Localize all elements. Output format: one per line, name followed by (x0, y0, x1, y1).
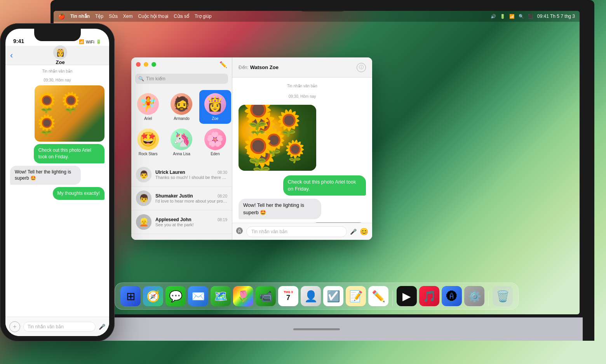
chat-input-field[interactable]: Tin nhắn văn bản (246, 226, 347, 237)
conversation-appleseed[interactable]: 👱 Appleseed John 08:19 See you at the pa… (131, 210, 232, 234)
dock-launchpad[interactable]: ⊞ (120, 286, 141, 306)
facetime-icon: 📹 (259, 290, 273, 303)
chat-bubble-received-1: Wow! Tell her the lighting is superb 🤩 (239, 199, 321, 219)
menubar-help[interactable]: Trợ giúp (195, 14, 212, 19)
chat-info-button[interactable]: ⓘ (357, 63, 366, 72)
mail-icon: ✉️ (192, 290, 205, 303)
menubar-edit[interactable]: Sửa (109, 14, 118, 19)
contact-zoe[interactable]: 👸 Zoe (199, 90, 231, 124)
iphone-status-icons: 📶 WiFi 🔋 (79, 39, 101, 44)
iphone-message-input[interactable]: Tin nhắn văn bản (23, 322, 96, 332)
chat-bubble-lighting: Wow! Tell her the lighting is superb 🤩 (239, 199, 366, 219)
dock-appstore[interactable]: 🅐 (442, 286, 462, 306)
iphone-message-type: Tin nhắn văn bản (10, 69, 104, 73)
contact-annalisa-name: Anna Lisa (173, 152, 190, 156)
notes-icon: 📝 (349, 290, 363, 303)
dictation-icon[interactable]: 🎤 (350, 229, 357, 235)
compose-button[interactable]: ✏️ (219, 61, 227, 68)
window-maximize-button[interactable] (152, 62, 156, 67)
conversation-ulrick-header: Ulrick Lauren 08:30 (155, 170, 227, 175)
dock-reminders[interactable]: ☑️ (323, 286, 343, 306)
menubar-conversation[interactable]: Cuộc hội thoại (138, 14, 169, 19)
emoji-icon[interactable]: 😊 (360, 227, 368, 236)
dock-photos[interactable]: 🌷 (233, 286, 253, 306)
dock-trash[interactable]: 🗑️ (493, 286, 513, 306)
window-minimize-button[interactable] (144, 62, 148, 67)
camera-notch (299, 3, 346, 12)
window-close-button[interactable] (136, 62, 141, 67)
dock-appletv[interactable]: ▶ (397, 286, 417, 306)
menubar-time: 09:41 Th 5 7 thg 3 (537, 14, 575, 19)
chat-bubble-sent-1: Check out this photo Ariel took on Frida… (283, 175, 366, 196)
apple-menu[interactable]: 🍎 (58, 13, 65, 19)
conversation-shumaker[interactable]: 👦 Shumaker Justin 08:20 I'd love to hear… (131, 187, 232, 210)
dock-calendar[interactable]: THG 3 7 (278, 286, 298, 306)
messages-icon: 💬 (169, 290, 183, 303)
iphone-sunflower-image[interactable]: 🌻🌻🌻 (35, 85, 104, 142)
messages-window: ✏️ 🔍 Tìm kiếm 🧚 Ariel 🧔 (131, 57, 372, 240)
chat-sunflower-image[interactable]: 🌻 🌻 🌻 🌻 🌻 (239, 105, 316, 171)
contact-annalisa[interactable]: 🦄 Anna Lisa (165, 125, 197, 159)
conversation-ulrick-avatar: 👨 (136, 167, 152, 182)
iphone-bubble-row-3: My thoughts exactly! (10, 187, 104, 200)
conversation-appleseed-time: 08:19 (218, 218, 227, 222)
conversation-ulrick-preview: Thanks so much! I should be there by 9:0… (155, 175, 227, 180)
contact-ariel[interactable]: 🧚 Ariel (132, 90, 164, 124)
menubar-file[interactable]: Tệp (95, 14, 103, 19)
contact-armando[interactable]: 🧔 Armando (165, 90, 197, 124)
dock-notes[interactable]: 📝 (346, 286, 366, 306)
menubar-window[interactable]: Cửa sổ (174, 14, 189, 19)
iphone-chat-messages: Tin nhắn văn bản 09:30, Hôm nay 🌻🌻🌻 Chec… (5, 65, 109, 317)
iphone-input-placeholder: Tin nhắn văn bản (28, 324, 64, 329)
conversation-ulrick[interactable]: 👨 Ulrick Lauren 08:30 Thanks so much! I … (131, 163, 232, 187)
launchpad-icon: ⊞ (126, 290, 135, 303)
contact-eden-avatar: 🌸 (204, 128, 226, 150)
apps-icon[interactable]: 🅐 (236, 227, 243, 236)
dock-settings[interactable]: ⚙️ (464, 286, 484, 306)
iphone-back-button[interactable]: ‹ (10, 50, 13, 61)
conversation-shumaker-name: Shumaker Justin (155, 193, 193, 199)
dock-mail[interactable]: ✉️ (188, 286, 208, 306)
macbook-frame: 🍎 Tin nhắn Tệp Sửa Xem Cuộc hội thoại Cử… (50, 0, 606, 364)
contacts-grid: 🧚 Ariel 🧔 Armando 👸 Zoe 🤩 (131, 86, 232, 163)
iphone-add-button[interactable]: + (9, 321, 20, 332)
dock-messages[interactable]: 💬 (165, 286, 186, 306)
iphone-bubble-row-2: Wow! Tell her the lighting is superb 🤩 (10, 166, 104, 185)
conversation-shumaker-content: Shumaker Justin 08:20 I'd love to hear m… (155, 193, 227, 203)
iphone-mic-button[interactable]: 🎤 (99, 324, 105, 330)
messages-sidebar: ✏️ 🔍 Tìm kiếm 🧚 Ariel 🧔 (131, 57, 232, 240)
search-placeholder: Tìm kiếm (146, 76, 165, 81)
menubar-control-center-icon[interactable]: ⬛ (528, 14, 533, 19)
trash-icon: 🗑️ (496, 290, 510, 303)
safari-icon: 🧭 (146, 290, 160, 303)
contact-rockstars-avatar: 🤩 (137, 128, 159, 150)
conversation-appleseed-preview: See you at the park! (155, 222, 227, 227)
dock-maps[interactable]: 🗺️ (211, 286, 231, 306)
macbook-notch-bar (293, 328, 340, 330)
iphone-battery-icon: 🔋 (96, 39, 101, 44)
dock-music[interactable]: 🎵 (419, 286, 439, 306)
screen-content: 🍎 Tin nhắn Tệp Sửa Xem Cuộc hội thoại Cử… (54, 11, 580, 314)
iphone-wifi-icon: WiFi (86, 40, 94, 44)
chat-to-name: Watson Zoe (250, 64, 279, 70)
menubar-app-name[interactable]: Tin nhắn (70, 14, 90, 19)
contact-eden-name: Eden (211, 152, 219, 156)
dock-freeform[interactable]: ✏️ (368, 286, 388, 306)
chat-messages: Tin nhắn văn bản 09:30, Hôm nay 🌻 🌻 🌻 🌻 … (232, 78, 372, 223)
dock-safari[interactable]: 🧭 (143, 286, 163, 306)
search-icon: 🔍 (138, 76, 144, 81)
menubar-search-icon[interactable]: 🔍 (519, 14, 524, 19)
messages-titlebar: ✏️ (131, 57, 232, 71)
contact-rockstars[interactable]: 🤩 Rock Stars (132, 125, 164, 159)
photos-icon: 🌷 (237, 290, 250, 303)
dock-contacts[interactable]: 👤 (301, 286, 321, 306)
menubar-view[interactable]: Xem (123, 14, 133, 19)
dock-facetime[interactable]: 📹 (256, 286, 276, 306)
messages-search-bar[interactable]: 🔍 Tìm kiếm (135, 74, 228, 84)
menubar-battery-icon: 🔋 (500, 14, 505, 19)
iphone-messages: ‹ 👸 Zoe Tin nhắn văn bản 09:30, Hôm nay … (5, 46, 109, 336)
iphone-bubble-received-1: Wow! Tell her the lighting is superb 🤩 (10, 166, 81, 185)
contact-eden[interactable]: 🌸 Eden (199, 125, 231, 159)
conversation-ulrick-content: Ulrick Lauren 08:30 Thanks so much! I sh… (155, 170, 227, 180)
iphone-image-row: 🌻🌻🌻 (10, 85, 104, 142)
